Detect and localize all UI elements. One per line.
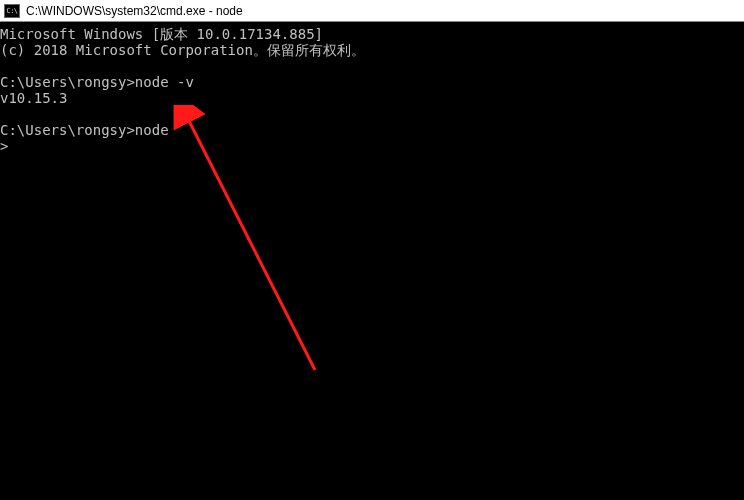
terminal-repl-prompt: > [0, 138, 17, 154]
cmd-icon: C:\ [4, 4, 20, 18]
terminal-output-line: v10.15.3 [0, 90, 67, 106]
terminal-line: (c) 2018 Microsoft Corporation。保留所有权利。 [0, 42, 365, 58]
terminal-prompt: C:\Users\rongsy>node [0, 122, 169, 138]
svg-line-1 [187, 117, 315, 370]
window-title: C:\WINDOWS\system32\cmd.exe - node [26, 4, 243, 18]
terminal-line: Microsoft Windows [版本 10.0.17134.885] [0, 26, 323, 42]
terminal-prompt: C:\Users\rongsy>node -v [0, 74, 194, 90]
window-titlebar[interactable]: C:\ C:\WINDOWS\system32\cmd.exe - node [0, 0, 744, 22]
cmd-icon-text: C:\ [6, 7, 17, 15]
terminal-output[interactable]: Microsoft Windows [版本 10.0.17134.885] (c… [0, 22, 744, 154]
